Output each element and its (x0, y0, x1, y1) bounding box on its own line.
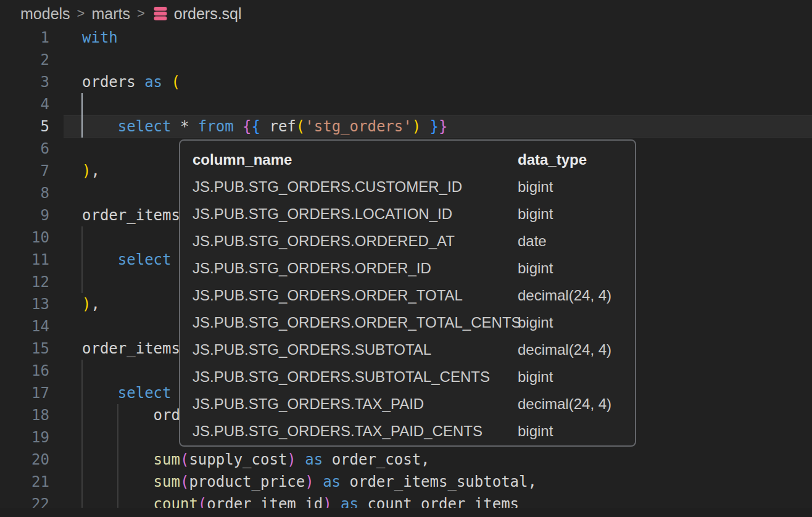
line-number[interactable]: 18 (0, 404, 49, 426)
column-name-cell: JS.PUB.STG_ORDERS.ORDERED_AT (193, 233, 518, 250)
data-type-cell: bigint (518, 423, 635, 440)
column-name-cell: JS.PUB.STG_ORDERS.TAX_PAID_CENTS (193, 423, 518, 440)
data-type-cell: decimal(24, 4) (518, 395, 635, 413)
column-name-cell: JS.PUB.STG_ORDERS.ORDER_TOTAL (193, 287, 518, 304)
column-name-cell: JS.PUB.STG_ORDERS.ORDER_TOTAL_CENTS (193, 314, 518, 331)
breadcrumb-separator-icon: > (137, 6, 145, 22)
code-line[interactable]: select (49, 249, 172, 271)
code-line-row: 4 (0, 93, 812, 115)
breadcrumb-item-models[interactable]: models (20, 5, 70, 23)
data-type-cell: bigint (518, 368, 635, 386)
database-icon (152, 5, 169, 22)
line-number[interactable]: 16 (0, 360, 49, 382)
data-type-cell: bigint (518, 314, 635, 331)
data-type-cell: data_type (518, 151, 635, 168)
code-line-row: 1with (0, 27, 812, 49)
code-line-row: 3orders as ( (0, 71, 812, 93)
code-line[interactable] (49, 360, 82, 382)
line-number[interactable]: 7 (0, 160, 49, 182)
code-line-row: 5 select * from {{ ref('stg_orders') }} (0, 115, 812, 138)
line-number[interactable]: 2 (0, 49, 49, 71)
code-line[interactable]: select * from {{ ref('stg_orders') }} (49, 115, 447, 138)
line-number[interactable]: 21 (0, 471, 49, 493)
data-type-cell: date (518, 233, 635, 250)
column-name-cell: JS.PUB.STG_ORDERS.SUBTOTAL_CENTS (193, 368, 518, 386)
code-line-row: 2 (0, 49, 812, 71)
code-line[interactable]: sum(product_price) as order_items_subtot… (49, 471, 537, 493)
line-number[interactable]: 11 (0, 249, 49, 271)
code-line[interactable]: ), (49, 160, 100, 182)
code-line[interactable] (49, 226, 82, 249)
breadcrumb-item-marts[interactable]: marts (91, 5, 130, 23)
line-number[interactable]: 4 (0, 93, 49, 115)
column-info-popup: column_namedata_typeJS.PUB.STG_ORDERS.CU… (179, 139, 636, 447)
code-line[interactable] (49, 426, 82, 449)
line-number[interactable]: 15 (0, 337, 49, 360)
popup-header-row: column_namedata_type (193, 146, 635, 173)
column-name-cell: JS.PUB.STG_ORDERS.SUBTOTAL (193, 341, 518, 358)
popup-row: JS.PUB.STG_ORDERS.CUSTOMER_IDbigint (193, 173, 635, 201)
code-line[interactable] (49, 271, 82, 293)
code-line[interactable]: order_items (49, 204, 180, 226)
popup-row: JS.PUB.STG_ORDERS.TAX_PAID_CENTSbigint (193, 418, 635, 445)
code-line[interactable]: with (49, 27, 118, 49)
code-line[interactable] (49, 93, 82, 115)
column-name-cell: JS.PUB.STG_ORDERS.TAX_PAID (193, 395, 518, 413)
line-number[interactable]: 3 (0, 71, 49, 93)
popup-row: JS.PUB.STG_ORDERS.ORDER_TOTAL_CENTSbigin… (193, 309, 635, 336)
code-line[interactable]: select (49, 382, 172, 404)
popup-row: JS.PUB.STG_ORDERS.SUBTOTALdecimal(24, 4) (193, 336, 635, 363)
code-line[interactable] (49, 138, 82, 160)
popup-row: JS.PUB.STG_ORDERS.TAX_PAIDdecimal(24, 4) (193, 391, 635, 418)
line-number[interactable]: 17 (0, 382, 49, 404)
column-name-cell: column_name (193, 151, 518, 168)
code-line[interactable] (49, 315, 82, 337)
code-line[interactable]: sum(supply_cost) as order_cost, (49, 449, 430, 471)
line-number[interactable]: 6 (0, 138, 49, 160)
data-type-cell: decimal(24, 4) (518, 287, 635, 304)
line-number[interactable]: 8 (0, 182, 49, 204)
popup-row: JS.PUB.STG_ORDERS.ORDER_IDbigint (193, 255, 635, 282)
editor-screen: models > marts > orders.sql 1with23order… (0, 0, 812, 517)
data-type-cell: bigint (518, 260, 635, 277)
code-line[interactable]: ord (49, 404, 180, 426)
line-number[interactable]: 20 (0, 449, 49, 471)
code-line[interactable]: ), (49, 293, 100, 315)
breadcrumb-separator-icon: > (77, 6, 85, 22)
popup-row: JS.PUB.STG_ORDERS.SUBTOTAL_CENTSbigint (193, 363, 635, 391)
column-name-cell: JS.PUB.STG_ORDERS.ORDER_ID (193, 260, 518, 277)
line-number[interactable]: 13 (0, 293, 49, 315)
code-line-row: 21 sum(product_price) as order_items_sub… (0, 471, 812, 493)
popup-row: JS.PUB.STG_ORDERS.ORDERED_ATdate (193, 228, 635, 255)
code-line-row: 20 sum(supply_cost) as order_cost, (0, 449, 812, 471)
data-type-cell: bigint (518, 178, 635, 196)
line-number[interactable]: 12 (0, 271, 49, 293)
line-number[interactable]: 10 (0, 226, 49, 249)
column-name-cell: JS.PUB.STG_ORDERS.CUSTOMER_ID (193, 178, 518, 196)
code-line[interactable]: order_items (49, 337, 180, 360)
column-name-cell: JS.PUB.STG_ORDERS.LOCATION_ID (193, 205, 518, 223)
breadcrumb-item-file[interactable]: orders.sql (174, 5, 242, 23)
data-type-cell: decimal(24, 4) (518, 341, 635, 358)
popup-row: JS.PUB.STG_ORDERS.ORDER_TOTALdecimal(24,… (193, 282, 635, 309)
code-line[interactable]: orders as ( (49, 71, 180, 93)
viewport-clip (0, 508, 812, 517)
code-line[interactable] (49, 182, 82, 204)
data-type-cell: bigint (518, 205, 635, 223)
popup-row: JS.PUB.STG_ORDERS.LOCATION_IDbigint (193, 201, 635, 228)
line-number[interactable]: 5 (0, 115, 49, 138)
line-number[interactable]: 1 (0, 27, 49, 49)
code-line[interactable] (49, 49, 82, 71)
line-number[interactable]: 14 (0, 315, 49, 337)
line-number[interactable]: 9 (0, 204, 49, 226)
breadcrumb: models > marts > orders.sql (0, 0, 812, 27)
line-number[interactable]: 19 (0, 426, 49, 449)
